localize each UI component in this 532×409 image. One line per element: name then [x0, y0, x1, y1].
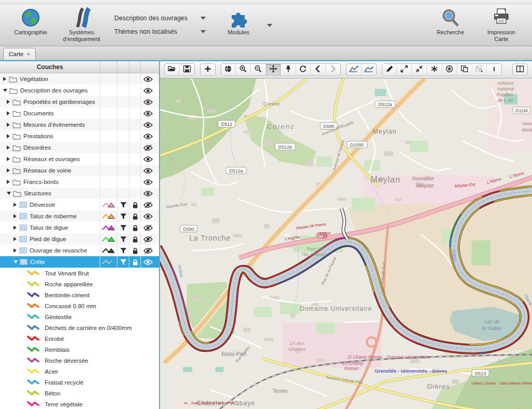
filter-icon[interactable]: [117, 199, 129, 210]
legend-item-fraisat-recycl-[interactable]: Fraisat recyclé: [0, 377, 159, 388]
chevron-right-icon[interactable]: [7, 100, 10, 104]
pin-button[interactable]: [281, 64, 296, 75]
chevron-down-icon[interactable]: [7, 192, 11, 195]
layer-row-propri-t-s-et-gardiennages[interactable]: Propriétés et gardiennages: [0, 96, 159, 108]
tab-carte[interactable]: Carte ×: [3, 48, 36, 60]
legend-item-terre-v-g-tale[interactable]: Terre végétale: [0, 399, 159, 409]
filter-icon[interactable]: [117, 233, 129, 245]
lock-icon[interactable]: [129, 233, 140, 245]
snap-button[interactable]: [427, 64, 442, 75]
chevron-right-icon[interactable]: [3, 77, 6, 81]
eye-icon[interactable]: [140, 96, 155, 108]
map-canvas[interactable]: D512D512aD512aD512aD590D590D1090D523D11M…: [160, 78, 532, 409]
lock-icon[interactable]: [129, 245, 140, 256]
expand-button[interactable]: [396, 64, 411, 75]
eye-icon[interactable]: [140, 130, 155, 142]
modules-chevron-down-icon[interactable]: [267, 24, 272, 27]
eye-icon[interactable]: [140, 108, 155, 119]
filter-icon[interactable]: [117, 222, 129, 233]
filter-icon[interactable]: [117, 256, 129, 268]
layer-row-talus-de-digue[interactable]: Talus de digue: [0, 222, 159, 233]
layer-row-cr-te[interactable]: Crête: [0, 256, 159, 268]
layer-row-v-g-tation[interactable]: Végétation: [0, 73, 159, 85]
eye-icon[interactable]: [140, 165, 155, 176]
eye-off-icon[interactable]: [140, 233, 155, 245]
legend-item-concass-0-80-mm[interactable]: Concassé 0.80 mm: [0, 300, 159, 311]
legend-item-d-chets-de-carri-re-en-0-400mm[interactable]: Déchets de carrière en 0/400mm: [0, 322, 159, 333]
chevron-right-icon[interactable]: [7, 146, 10, 150]
layer-row-r-seaux-de-voirie[interactable]: Réseaux de voirie: [0, 165, 159, 176]
chevron-right-icon[interactable]: [14, 214, 17, 218]
lock-icon[interactable]: [129, 222, 140, 233]
copy-button[interactable]: [457, 64, 472, 75]
legend-item-b-ton[interactable]: Béton: [0, 388, 159, 399]
layer-row-francs-bords[interactable]: Francs-bords: [0, 176, 159, 188]
profile-area-button[interactable]: [361, 64, 376, 75]
chevron-right-icon[interactable]: [14, 226, 17, 230]
legend-item-bentonite-ciment[interactable]: Bentonite-ciment: [0, 289, 159, 300]
info-button[interactable]: i: [486, 64, 501, 75]
nav-forward-button[interactable]: [325, 64, 340, 75]
description-des-ouvrages-dropdown[interactable]: Description des ouvrages: [114, 15, 206, 22]
filter-icon[interactable]: [117, 210, 129, 222]
layer-row-d-sordres[interactable]: Désordres: [0, 142, 159, 153]
chevron-right-icon[interactable]: [14, 248, 17, 253]
legend-item-tout-venant-brut[interactable]: Tout Venant Brut: [0, 268, 159, 279]
eye-off-icon[interactable]: [140, 199, 155, 210]
eye-icon[interactable]: [140, 210, 155, 222]
profile-line-button[interactable]: [347, 64, 361, 75]
nav-back-button[interactable]: [310, 64, 325, 75]
eye-icon[interactable]: [140, 256, 155, 268]
legend-item-roche-d-vers-e[interactable]: Roche déversée: [0, 355, 159, 366]
layer-row-description-des-ouvrages[interactable]: Description des ouvrages: [0, 85, 159, 96]
eye-icon[interactable]: [140, 73, 155, 85]
open-file-button[interactable]: [165, 64, 179, 75]
save-button[interactable]: [179, 64, 194, 75]
filter-icon[interactable]: [117, 245, 129, 256]
recherche-button[interactable]: Recherche: [425, 4, 476, 46]
eye-icon[interactable]: [140, 176, 155, 188]
lock-icon[interactable]: [129, 210, 140, 222]
chevron-right-icon[interactable]: [14, 203, 17, 207]
eye-off-icon[interactable]: [140, 142, 155, 153]
layer-row-prestations[interactable]: Prestations: [0, 130, 159, 142]
layer-row-mesures-d-v-nements[interactable]: Mesures d'évènements: [0, 119, 159, 130]
impression-carte-button[interactable]: ImpressionCarte: [476, 4, 527, 46]
raster-select-button[interactable]: [472, 64, 487, 75]
legend-item-remblais[interactable]: Remblais: [0, 344, 159, 355]
layer-row-documents[interactable]: Documents: [0, 108, 159, 119]
cartographie-button[interactable]: Cartographie: [5, 4, 56, 46]
lock-icon[interactable]: [129, 256, 140, 268]
refresh-button[interactable]: [296, 64, 311, 75]
eye-off-icon[interactable]: [140, 245, 155, 256]
layer-row-pied-de-digue[interactable]: Pied de digue: [0, 233, 159, 245]
legend-item-roche-appareill-e[interactable]: Roche appareillée: [0, 279, 159, 289]
eye-icon[interactable]: [140, 119, 155, 130]
layer-row-d-versoir[interactable]: Déversoir: [0, 199, 159, 210]
layer-row-r-seaux-et-ouvrages[interactable]: Réseaux et ouvrages: [0, 153, 159, 165]
pan-button[interactable]: [265, 64, 281, 75]
themes-non-localises-dropdown[interactable]: Thèmes non localisés: [114, 28, 206, 35]
zoom-out-button[interactable]: [250, 64, 265, 75]
chevron-right-icon[interactable]: [7, 168, 10, 173]
globe-button[interactable]: [221, 64, 236, 75]
lock-icon[interactable]: [129, 199, 140, 210]
legend-item-g-otextile[interactable]: Géotextile: [0, 311, 159, 322]
pencil-button[interactable]: [382, 64, 397, 75]
add-button[interactable]: [201, 64, 215, 75]
chevron-right-icon[interactable]: [14, 237, 17, 241]
layer-row-ouvrage-de-revanche[interactable]: Ouvrage de revanche: [0, 245, 159, 256]
chevron-right-icon[interactable]: [7, 157, 10, 161]
chevron-right-icon[interactable]: [7, 111, 10, 115]
layer-row-structures[interactable]: Structures: [0, 188, 159, 199]
eye-icon[interactable]: [140, 188, 155, 199]
eye-off-icon[interactable]: [140, 222, 155, 233]
systemes-endiguement-button[interactable]: Systèmesd'endiguement: [56, 4, 107, 46]
legend-item-enrob-[interactable]: Enrobé: [0, 333, 159, 344]
layer-row-talus-de-risberme[interactable]: Talus de risberme: [0, 210, 159, 222]
modules-button[interactable]: Modules: [213, 4, 264, 37]
chevron-right-icon[interactable]: [7, 134, 10, 138]
contract-button[interactable]: [411, 64, 427, 75]
tab-close-icon[interactable]: ×: [26, 51, 30, 57]
chevron-down-icon[interactable]: [14, 260, 18, 263]
